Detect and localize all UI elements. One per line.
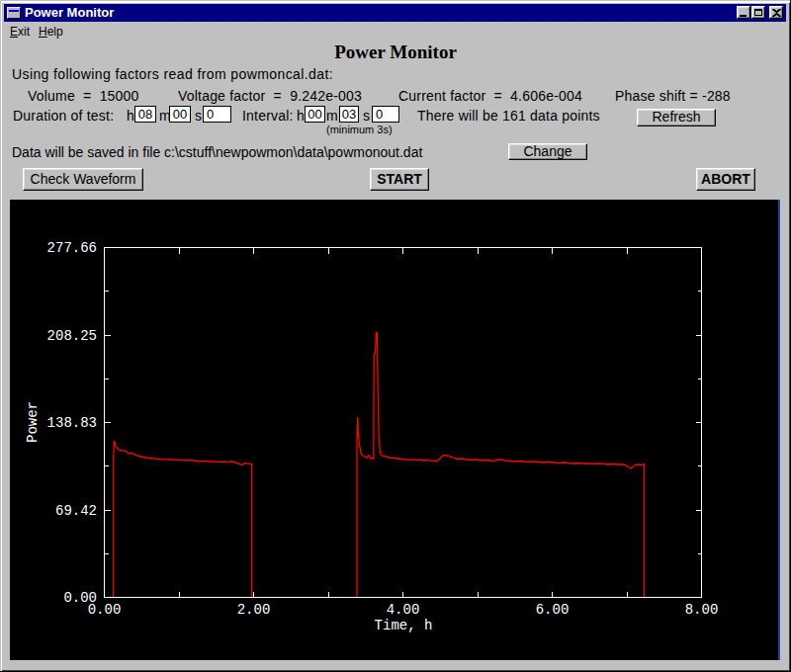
svg-text:138.83: 138.83 bbox=[47, 415, 97, 431]
svg-text:Power: Power bbox=[25, 401, 41, 443]
svg-text:69.42: 69.42 bbox=[55, 503, 97, 519]
svg-text:8.00: 8.00 bbox=[685, 602, 719, 618]
svg-text:6.00: 6.00 bbox=[536, 602, 570, 618]
svg-text:2.00: 2.00 bbox=[237, 602, 271, 618]
svg-text:277.66: 277.66 bbox=[47, 240, 97, 256]
svg-text:208.25: 208.25 bbox=[47, 328, 97, 344]
svg-text:4.00: 4.00 bbox=[387, 602, 420, 618]
svg-text:0.00: 0.00 bbox=[88, 602, 122, 618]
svg-text:Time, h: Time, h bbox=[375, 618, 433, 633]
